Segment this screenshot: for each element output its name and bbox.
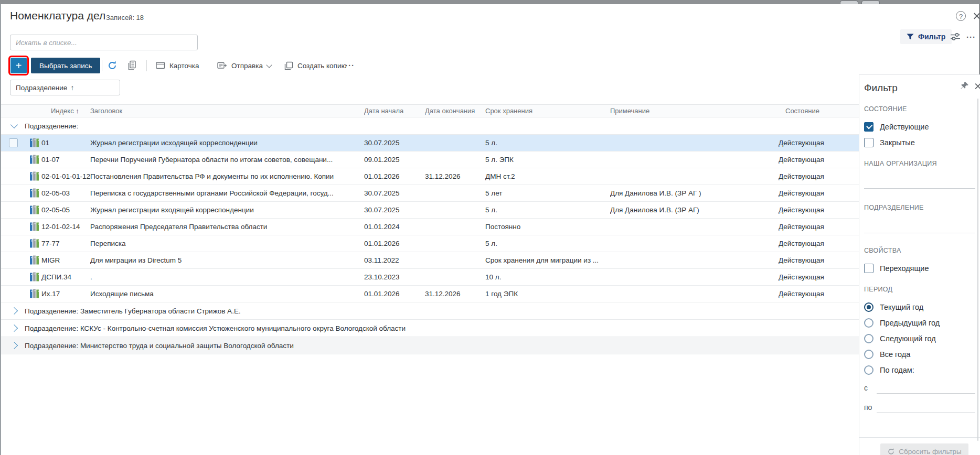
table-row[interactable]: 02-05-05Журнал регистрации входящей корр… (1, 202, 859, 219)
cell-start-date: 23.10.2023 (364, 269, 425, 285)
cell-state: Действующая (779, 219, 859, 235)
search-input[interactable] (10, 35, 198, 50)
table-row[interactable]: Их.17Исходящие письма01.01.202631.12.202… (1, 286, 859, 302)
radio-icon[interactable] (864, 365, 874, 375)
reset-filters-button[interactable]: Сбросить фильтры (880, 443, 968, 455)
cell-index: 02-05-05 (41, 202, 90, 218)
group-row-collapsed[interactable]: Подразделение: Министерство труда и соци… (1, 337, 859, 354)
radio-icon[interactable] (864, 302, 874, 312)
group-row-collapsed[interactable]: Подразделение: Заместитель Губернатора о… (1, 302, 859, 320)
column-header-title[interactable]: Заголовок (90, 105, 364, 117)
our-org-field[interactable] (864, 188, 975, 189)
checkbox-option[interactable]: Действующие (864, 119, 975, 135)
filter-panel-close-icon[interactable] (974, 83, 980, 90)
radio-option[interactable]: По годам: (864, 362, 975, 378)
column-header-index[interactable]: Индекс ↑ (41, 105, 90, 117)
table-row[interactable]: 01-07Перечни Поручений Губернатора облас… (1, 151, 859, 168)
table-row[interactable]: 02-05-03Переписка с государственными орг… (1, 185, 859, 202)
table-row[interactable]: 02-01-01-01-12Постановления Правительств… (1, 168, 859, 185)
refresh-icon[interactable] (107, 60, 118, 71)
help-icon[interactable]: ? (956, 11, 966, 21)
filter-button[interactable]: Фильтр (900, 29, 952, 44)
view-settings-icon[interactable] (950, 32, 961, 41)
option-label: Текущий год (880, 303, 923, 311)
grouping-selector[interactable]: Подразделение ↑ (10, 80, 120, 95)
group-row-label: Подразделение: (25, 122, 78, 130)
create-copy-icon (284, 61, 293, 70)
pin-icon[interactable] (960, 81, 969, 90)
section-label-period: ПЕРИОД (864, 286, 892, 293)
select-record-button[interactable]: Выбрать запись (31, 58, 100, 73)
case-file-icon (30, 239, 39, 248)
table-row[interactable]: 77-77Переписка01.01.20265 л.Действующая (1, 235, 859, 252)
cell-state: Действующая (779, 135, 859, 151)
checkbox-option[interactable]: Закрытые (864, 135, 975, 150)
column-header-state[interactable]: Состояние (779, 105, 859, 117)
cell-note (610, 269, 779, 285)
toolbar-separator (102, 60, 102, 71)
copy-lines-icon[interactable] (127, 60, 137, 71)
send-button[interactable]: Отправка (217, 58, 271, 73)
checkbox-option[interactable]: Переходящие (864, 261, 975, 276)
chevron-right-icon (10, 307, 18, 315)
column-header-retention[interactable]: Срок хранения (485, 105, 610, 117)
period-to-field[interactable]: по (864, 403, 975, 414)
cell-title: Переписка с государственными органами Ро… (90, 185, 364, 201)
group-row-collapsed[interactable]: Подразделение: КСКУс - Контрольно-счетна… (1, 320, 859, 337)
case-file-icon (30, 222, 39, 232)
radio-option[interactable]: Все года (864, 346, 975, 362)
filter-button-label: Фильтр (918, 32, 945, 41)
table-row[interactable]: 12-01-02-14Распоряжения Председателя Пра… (1, 219, 859, 235)
toolbar-more-icon[interactable]: ··· (345, 61, 355, 70)
period-options: Текущий годПредыдущий годСледующий годВс… (864, 299, 975, 378)
radio-option[interactable]: Текущий год (864, 299, 975, 315)
radio-option[interactable]: Следующий год (864, 331, 975, 346)
column-header-note[interactable]: Примечание (610, 105, 779, 117)
cell-index: 01-07 (41, 151, 90, 168)
cell-retention: 10 л. (485, 269, 610, 285)
sort-asc-icon: ↑ (76, 107, 79, 115)
add-button[interactable]: + (10, 58, 27, 73)
radio-option[interactable]: Предыдущий год (864, 315, 975, 331)
row-checkbox[interactable] (9, 138, 18, 147)
checkbox-icon[interactable] (864, 264, 874, 273)
cell-start-date: 30.07.2025 (364, 202, 425, 218)
group-row-expanded[interactable]: Подразделение: (1, 117, 859, 135)
cell-title: Для миграции из Directum 5 (90, 252, 364, 268)
checkbox-icon[interactable] (864, 122, 874, 132)
close-icon[interactable] (973, 12, 980, 20)
column-header-start-date[interactable]: Дата начала (364, 105, 425, 117)
option-label: Действующие (880, 123, 929, 131)
table-row[interactable]: ДСПИ.34.23.10.202310 л.Действующая (1, 269, 859, 286)
case-file-icon (30, 138, 39, 148)
row-icon-cell (24, 135, 41, 151)
option-label: Все года (880, 350, 910, 359)
sort-asc-icon: ↑ (70, 84, 74, 92)
period-to-underline (877, 413, 975, 413)
cell-start-date: 30.07.2025 (364, 135, 425, 151)
case-file-icon (30, 155, 39, 165)
panel-scrollbar[interactable] (977, 99, 978, 441)
card-button[interactable]: Карточка (156, 58, 199, 73)
column-header-end-date[interactable]: Дата окончания (425, 105, 485, 117)
cell-index: ДСПИ.34 (41, 269, 90, 285)
cell-retention: 5 л. (485, 235, 610, 252)
cell-index: 01 (41, 135, 90, 151)
header-more-icon[interactable]: ··· (966, 32, 976, 41)
row-select-cell (1, 202, 24, 218)
records-count: Записей: 18 (106, 14, 144, 21)
cell-title: Журнал регистрации исходящей корреспонде… (90, 135, 364, 151)
create-copy-button[interactable]: Создать копию (284, 58, 347, 73)
table-row[interactable]: MIGRДля миграции из Directum 503.11.2022… (1, 252, 859, 269)
period-from-field[interactable]: с (864, 383, 975, 395)
radio-icon[interactable] (864, 350, 874, 359)
table-row[interactable]: 01Журнал регистрации исходящей корреспон… (1, 135, 859, 151)
radio-icon[interactable] (864, 334, 874, 343)
cell-start-date: 01.01.2026 (364, 168, 425, 185)
checkbox-icon[interactable] (864, 138, 874, 147)
cell-state: Действующая (779, 151, 859, 168)
department-field[interactable] (864, 233, 975, 233)
radio-icon[interactable] (864, 318, 874, 328)
section-label-state: СОСТОЯНИЕ (864, 105, 907, 113)
cell-state: Действующая (779, 286, 859, 302)
